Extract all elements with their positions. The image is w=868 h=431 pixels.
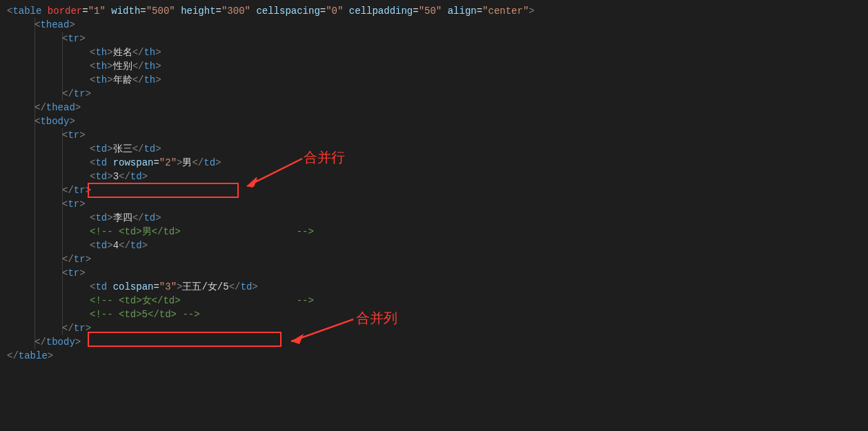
code-line: <tr> — [7, 197, 868, 211]
code-line: </tr> — [7, 87, 868, 101]
code-line: </tbody> — [7, 335, 868, 349]
code-line: <th>姓名</th> — [7, 46, 868, 59]
code-editor[interactable]: <table border="1" width="500" height="30… — [0, 0, 868, 363]
annotation-colspan: 合并列 — [356, 309, 397, 328]
code-line: <table border="1" width="500" height="30… — [7, 4, 868, 18]
code-line: <tr> — [7, 32, 868, 46]
code-line: <td>李四</td> — [7, 211, 868, 225]
code-line-comment: <!-- <td>男</td> --> — [7, 225, 868, 239]
code-line: </tr> — [7, 321, 868, 335]
code-line: <th>性别</th> — [7, 59, 868, 73]
code-line: <tr> — [7, 128, 868, 142]
code-line: <tr> — [7, 266, 868, 280]
code-line: <tbody> — [7, 114, 868, 128]
code-line: </tr> — [7, 252, 868, 266]
code-line: </thead> — [7, 101, 868, 114]
code-line-comment: <!-- <td>女</td> --> — [7, 294, 868, 308]
code-line: <th>年龄</th> — [7, 73, 868, 87]
code-line-rowspan: <td rowspan="2">男</td> — [7, 156, 868, 170]
code-line-colspan: <td colspan="3">王五/女/5</td> — [7, 280, 868, 294]
code-line: </table> — [7, 349, 868, 363]
code-line: <td>4</td> — [7, 239, 868, 252]
code-line-comment: <!-- <td>5</td> --> — [7, 308, 868, 321]
code-line: <td>3</td> — [7, 170, 868, 183]
code-line: </tr> — [7, 183, 868, 197]
annotation-rowspan: 合并行 — [304, 148, 345, 167]
code-line: <td>张三</td> — [7, 142, 868, 156]
code-line: <thead> — [7, 18, 868, 32]
